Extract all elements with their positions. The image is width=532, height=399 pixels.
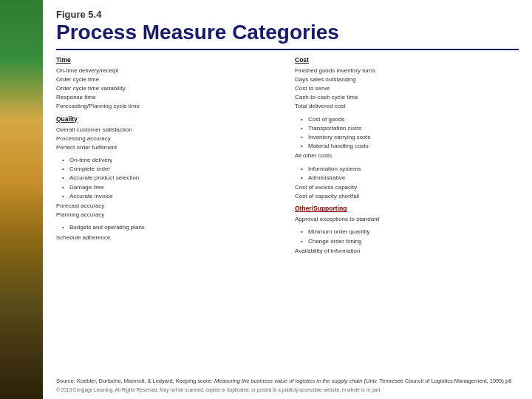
list-item: Forecasting/Planning cycle time — [56, 102, 280, 110]
copyright-text: © 2013 Cengage Learning. All Rights Rese… — [56, 387, 519, 393]
cost-list2: All other costs — [295, 151, 519, 160]
title-divider — [56, 49, 519, 50]
other-title: Other/Supporting — [295, 205, 519, 214]
list-item: Inventory carrying costs — [301, 133, 519, 141]
cost-sub-list: Cost of goods Transportation costs Inven… — [301, 115, 519, 151]
list-item: Total delivered cost — [295, 102, 519, 110]
left-column: Time On-time delivery/receipt Order cycl… — [56, 56, 280, 373]
list-item: Perfect order fulfillment — [56, 143, 280, 151]
list-item: Minimum order quantity — [301, 228, 519, 236]
list-item: Availability of information — [295, 247, 519, 255]
list-item: Schedule adherence — [56, 233, 280, 242]
list-item: Order cycle time variability — [56, 84, 280, 92]
list-item: Planning accuracy — [56, 211, 280, 219]
source-text: Source: Koebler, Durtsche, Manrodt, & Le… — [56, 378, 519, 386]
list-item: All other costs — [295, 151, 519, 160]
other-sub-list: Minimum order quantity Change order timi… — [301, 228, 519, 245]
time-section: Time On-time delivery/receipt Order cycl… — [56, 56, 280, 111]
list-item: Material handling costs — [301, 142, 519, 150]
cost-section: Cost Finished goods inventory turns Days… — [295, 56, 519, 201]
list-item: Cost of goods — [301, 115, 519, 123]
quality-sub-list2: Budgets and operating plans — [62, 223, 280, 231]
list-item: Approval exceptions to standard — [295, 215, 519, 223]
list-item: Cost of excess capacity — [295, 183, 519, 191]
main-content: Figure 5.4 Process Measure Categories Ti… — [43, 0, 532, 399]
list-item: Response time — [56, 93, 280, 101]
other-section: Other/Supporting Approval exceptions to … — [295, 205, 519, 255]
source-italic: Measuring the business value of logistic… — [214, 378, 363, 384]
list-item: Damage-free — [62, 183, 280, 191]
quality-list: Overall customer satisfaction Processing… — [56, 126, 280, 152]
list-item: Finished goods inventory turns — [295, 66, 519, 75]
content-columns: Time On-time delivery/receipt Order cycl… — [56, 56, 519, 373]
page-title: Process Measure Categories — [56, 21, 519, 44]
source-prefix: Source: Koebler, Durtsche, Manrodt, & Le… — [56, 378, 214, 384]
source-suffix: (Univ. Tennesee Council of Logistics Man… — [362, 378, 511, 384]
list-item: Accurate invoice — [62, 192, 280, 200]
other-list2: Availability of information — [295, 247, 519, 255]
left-decorative-bar — [0, 0, 43, 399]
list-item: On-time delivery — [62, 156, 280, 164]
list-item: Order cycle time — [56, 75, 280, 83]
figure-label: Figure 5.4 — [56, 9, 519, 20]
list-item: Overall customer satisfaction — [56, 126, 280, 134]
cost-list3: Cost of excess capacity Cost of capacity… — [295, 183, 519, 200]
list-item: Transportation costs — [301, 124, 519, 132]
cost-sub-list2: Information systems Administrative — [301, 165, 519, 182]
list-item: Change order timing — [301, 237, 519, 245]
quality-list3: Schedule adherence — [56, 233, 280, 242]
list-item: Information systems — [301, 165, 519, 173]
slide-container: Figure 5.4 Process Measure Categories Ti… — [0, 0, 532, 399]
right-column: Cost Finished goods inventory turns Days… — [295, 56, 519, 373]
list-item: Accurate product selection — [62, 174, 280, 182]
list-item: Complete order — [62, 165, 280, 173]
quality-section: Quality Overall customer satisfaction Pr… — [56, 115, 280, 242]
list-item: Forecast accuracy — [56, 202, 280, 210]
list-item: Cost of capacity shortfall — [295, 192, 519, 200]
time-title: Time — [56, 56, 280, 65]
list-item: Processing accuracy — [56, 134, 280, 143]
list-item: Cash-to-cash cycle time — [295, 93, 519, 101]
cost-title: Cost — [295, 56, 519, 65]
quality-sub-list: On-time delivery Complete order Accurate… — [62, 156, 280, 200]
list-item: Cost to serve — [295, 84, 519, 92]
cost-list: Finished goods inventory turns Days sale… — [295, 66, 519, 111]
quality-list2: Forecast accuracy Planning accuracy — [56, 202, 280, 219]
time-list: On-time delivery/receipt Order cycle tim… — [56, 66, 280, 111]
quality-title: Quality — [56, 115, 280, 124]
list-item: On-time delivery/receipt — [56, 66, 280, 75]
list-item: Budgets and operating plans — [62, 223, 280, 231]
other-list: Approval exceptions to standard — [295, 215, 519, 223]
list-item: Administrative — [301, 174, 519, 182]
list-item: Days sales outstanding — [295, 75, 519, 83]
